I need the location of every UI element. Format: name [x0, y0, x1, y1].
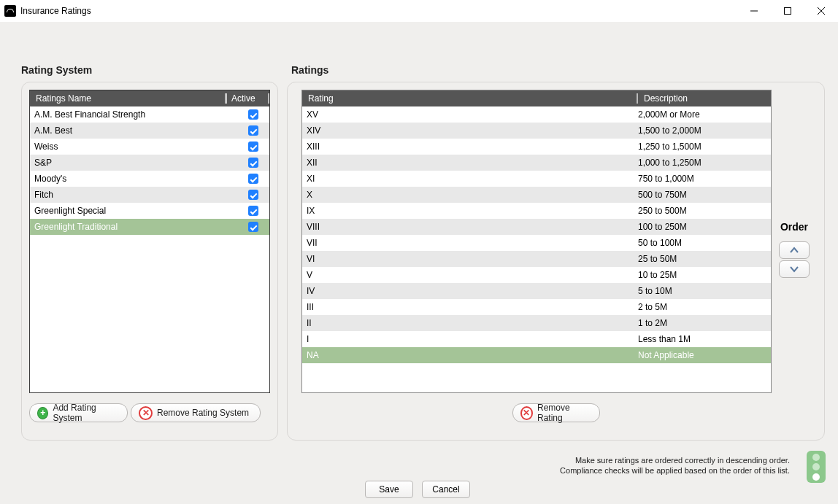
rating-system-name: A.M. Best Financial Strength	[30, 109, 237, 120]
rating-row[interactable]: XI750 to 1,000M	[302, 171, 771, 187]
rating-row[interactable]: ILess than 1M	[302, 331, 771, 347]
rating-system-row[interactable]: A.M. Best	[30, 123, 269, 139]
rating-row[interactable]: IV5 to 10M	[302, 283, 771, 299]
col-header-description[interactable]: Description	[638, 93, 771, 104]
rating-row[interactable]: VIII100 to 250M	[302, 219, 771, 235]
rating-system-row[interactable]: Weiss	[30, 139, 269, 155]
rating-description: 2,000M or More	[634, 109, 771, 120]
save-button[interactable]: Save	[365, 481, 413, 498]
rating-description: 250 to 500M	[634, 206, 771, 216]
rating-row[interactable]: IX250 to 500M	[302, 203, 771, 219]
checkbox-checked-icon[interactable]	[248, 125, 258, 136]
remove-rating-button[interactable]: ✕ Remove Rating	[512, 403, 600, 422]
rating-code: V	[302, 270, 634, 280]
status-dot-bottom	[812, 473, 820, 481]
rating-row[interactable]: XIII1,250 to 1,500M	[302, 139, 771, 155]
rating-description: 5 to 10M	[634, 286, 771, 296]
rating-system-active-cell	[237, 109, 269, 120]
rating-system-name: Weiss	[30, 141, 237, 152]
status-indicator[interactable]	[807, 451, 826, 483]
rating-row[interactable]: II1 to 2M	[302, 315, 771, 331]
rating-system-name: Greenlight Traditional	[30, 222, 237, 232]
rating-description: 2 to 5M	[634, 302, 771, 312]
rating-description: 25 to 50M	[634, 254, 771, 264]
maximize-button[interactable]	[771, 0, 804, 22]
rating-description: 1,000 to 1,250M	[634, 158, 771, 168]
rating-system-row[interactable]: Greenlight Special	[30, 203, 269, 219]
rating-code: II	[302, 318, 634, 328]
hint-text: Make sure ratings are ordered correctly …	[439, 455, 790, 476]
rating-code: IV	[302, 286, 634, 296]
rating-code: VII	[302, 238, 634, 248]
rating-code: XV	[302, 109, 634, 120]
rating-code: IX	[302, 206, 634, 216]
add-rating-system-button[interactable]: + Add Rating System	[29, 403, 128, 422]
rating-system-active-cell	[237, 158, 269, 168]
minimize-button[interactable]	[737, 0, 771, 22]
rating-row[interactable]: VII50 to 100M	[302, 235, 771, 251]
remove-icon: ✕	[520, 406, 534, 420]
status-dot-top	[812, 454, 820, 461]
rating-row[interactable]: XV2,000M or More	[302, 106, 771, 123]
rating-row[interactable]: XIV1,500 to 2,000M	[302, 123, 771, 139]
rating-system-grid[interactable]: Ratings Name Active A.M. Best Financial …	[29, 90, 270, 393]
chevron-down-icon	[789, 265, 799, 273]
cancel-button[interactable]: Cancel	[422, 481, 470, 498]
ratings-grid[interactable]: Rating Description XV2,000M or MoreXIV1,…	[301, 90, 772, 393]
rating-row[interactable]: V10 to 25M	[302, 267, 771, 283]
checkbox-checked-icon[interactable]	[248, 190, 258, 200]
rating-row[interactable]: XII1,000 to 1,250M	[302, 155, 771, 171]
rating-system-active-cell	[237, 222, 269, 232]
rating-code: XIV	[302, 125, 634, 136]
svg-rect-1	[785, 8, 791, 15]
window-title: Insurance Ratings	[20, 6, 91, 16]
rating-description: 1 to 2M	[634, 318, 771, 328]
app-icon	[4, 5, 16, 17]
rating-system-row[interactable]: S&P	[30, 155, 269, 171]
title-bar: Insurance Ratings	[0, 0, 838, 22]
rating-system-panel: Ratings Name Active A.M. Best Financial …	[21, 82, 278, 441]
close-button[interactable]	[804, 0, 838, 22]
rating-system-row[interactable]: Fitch	[30, 187, 269, 203]
rating-system-row[interactable]: Greenlight Traditional	[30, 219, 269, 235]
col-header-active[interactable]: Active	[226, 93, 269, 104]
rating-system-active-cell	[237, 141, 269, 152]
rating-row[interactable]: VI25 to 50M	[302, 251, 771, 267]
remove-rating-system-button[interactable]: ✕ Remove Rating System	[131, 403, 261, 422]
checkbox-checked-icon[interactable]	[248, 222, 258, 232]
rating-code: X	[302, 190, 634, 200]
rating-system-active-cell	[237, 206, 269, 216]
checkbox-checked-icon[interactable]	[248, 174, 258, 184]
rating-row[interactable]: NANot Applicable	[302, 347, 771, 363]
col-header-rating[interactable]: Rating	[302, 93, 638, 104]
rating-description: 1,500 to 2,000M	[634, 125, 771, 136]
rating-code: VI	[302, 254, 634, 264]
rating-row[interactable]: X500 to 750M	[302, 187, 771, 203]
ratings-panel: Rating Description XV2,000M or MoreXIV1,…	[287, 82, 825, 441]
rating-description: 750 to 1,000M	[634, 174, 771, 184]
order-up-button[interactable]	[779, 241, 810, 259]
cancel-label: Cancel	[432, 484, 459, 495]
chevron-up-icon	[789, 247, 799, 254]
rating-system-name: Moody's	[30, 174, 237, 184]
rating-system-name: Fitch	[30, 190, 237, 200]
order-down-button[interactable]	[779, 260, 810, 278]
plus-icon: +	[37, 407, 48, 419]
order-label: Order	[780, 221, 808, 233]
rating-system-active-cell	[237, 190, 269, 200]
checkbox-checked-icon[interactable]	[248, 206, 258, 216]
checkbox-checked-icon[interactable]	[248, 158, 258, 168]
checkbox-checked-icon[interactable]	[248, 141, 258, 152]
col-header-ratings-name[interactable]: Ratings Name	[30, 93, 226, 104]
checkbox-checked-icon[interactable]	[248, 109, 258, 120]
rating-system-active-cell	[237, 125, 269, 136]
rating-system-row[interactable]: A.M. Best Financial Strength	[30, 106, 269, 123]
rating-system-row[interactable]: Moody's	[30, 171, 269, 187]
rating-system-label: Rating System	[21, 64, 92, 76]
rating-code: NA	[302, 350, 634, 360]
rating-description: Not Applicable	[634, 350, 771, 360]
rating-description: 100 to 250M	[634, 222, 771, 232]
remove-rating-system-label: Remove Rating System	[157, 408, 249, 418]
add-rating-system-label: Add Rating System	[53, 403, 120, 423]
rating-row[interactable]: III2 to 5M	[302, 299, 771, 315]
